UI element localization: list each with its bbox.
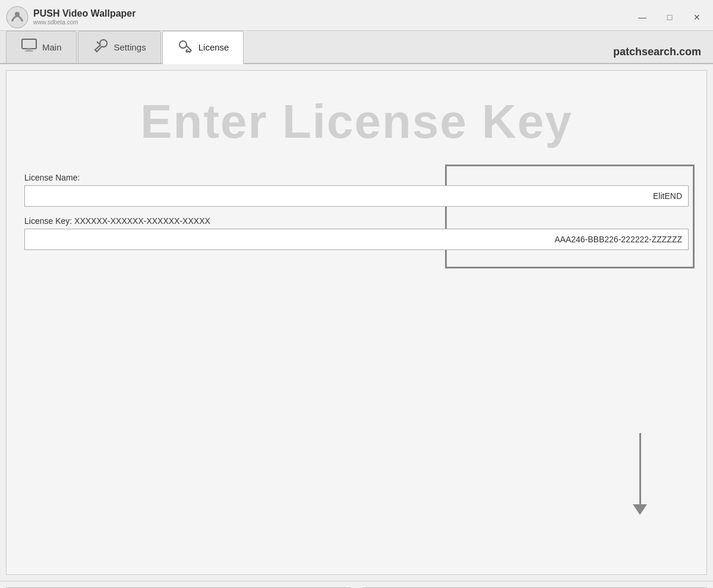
app-logo xyxy=(6,6,29,29)
tab-settings-label: Settings xyxy=(114,42,146,52)
watermark-title: Enter License Key xyxy=(24,83,689,155)
monitor-icon xyxy=(21,37,37,57)
minimize-button[interactable]: — xyxy=(629,8,656,27)
svg-rect-2 xyxy=(22,39,36,49)
tab-license[interactable]: License xyxy=(162,31,244,64)
svg-point-1 xyxy=(15,12,20,17)
form-section: License Name: License Key: XXXXXX-XXXXXX… xyxy=(24,173,689,250)
svg-point-0 xyxy=(7,7,28,28)
license-key-input[interactable] xyxy=(24,229,689,250)
wrench-icon xyxy=(93,37,109,57)
arrow-line xyxy=(639,433,641,504)
license-name-input[interactable] xyxy=(24,185,689,207)
tab-main[interactable]: Main xyxy=(6,31,77,63)
title-bar-left: PUSH Video Wallpaper www.sdbeta.com xyxy=(0,6,135,29)
main-content: Enter License Key License Name: License … xyxy=(6,70,707,575)
license-name-field-group: License Name: xyxy=(24,173,689,207)
license-key-label: License Key: XXXXXX-XXXXXX-XXXXXX-XXXXX xyxy=(24,216,689,226)
app-title: PUSH Video Wallpaper xyxy=(33,8,135,19)
tab-settings[interactable]: Settings xyxy=(78,31,161,63)
arrow-indicator xyxy=(633,433,647,515)
key-icon xyxy=(177,37,194,57)
title-bar: PUSH Video Wallpaper www.sdbeta.com — □ … xyxy=(0,0,713,31)
patchsearch-link: patchsearch.com xyxy=(613,46,701,63)
svg-point-5 xyxy=(179,41,187,48)
tab-main-label: Main xyxy=(42,42,62,52)
license-name-label: License Name: xyxy=(24,173,689,182)
close-button[interactable]: ✕ xyxy=(683,8,711,27)
svg-rect-4 xyxy=(25,50,33,52)
bottom-buttons: Buy License Key License is valid xyxy=(0,581,713,588)
app-title-group: PUSH Video Wallpaper www.sdbeta.com xyxy=(33,8,135,26)
restore-button[interactable]: □ xyxy=(656,8,683,27)
app-website: www.sdbeta.com xyxy=(33,19,135,26)
license-key-field-group: License Key: XXXXXX-XXXXXX-XXXXXX-XXXXX xyxy=(24,216,689,250)
title-bar-controls: — □ ✕ xyxy=(629,8,713,27)
tab-bar: Main Settings License patchsearch.com xyxy=(0,31,713,64)
tab-license-label: License xyxy=(198,42,229,52)
arrow-head xyxy=(633,504,647,515)
